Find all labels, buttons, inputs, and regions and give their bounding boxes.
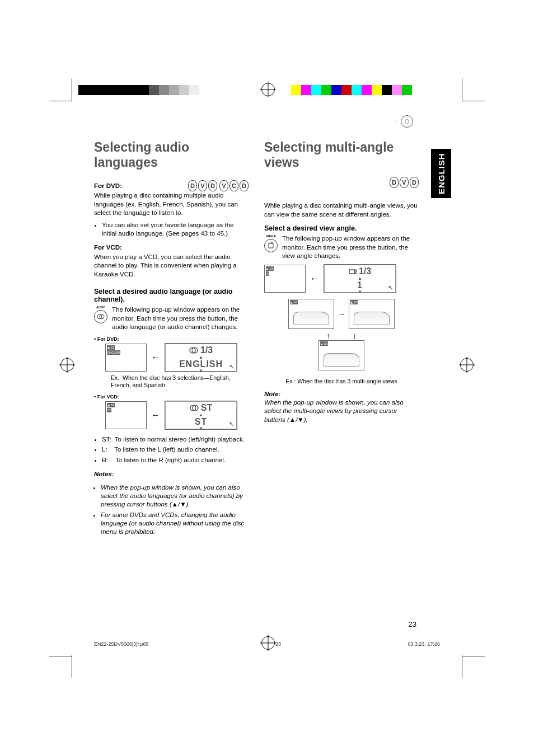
footer-page: 23 — [275, 641, 281, 647]
dvd-badge: DVD — [390, 177, 419, 188]
heading-audio-languages: Selecting audio languages — [94, 140, 249, 170]
crop-mark — [72, 655, 72, 678]
crop-mark — [462, 101, 485, 101]
angle-popup: 1/3 ▲ 1 ▼ ↖ — [324, 264, 396, 293]
camera-glyph-icon — [349, 267, 357, 275]
select-audio-head: Select a desired audio language (or audi… — [94, 288, 249, 303]
page: ⁘ ENGLISH Selecting audio languages For … — [0, 0, 534, 756]
footer-file: EN22-25DV5000[J]f.p65 — [94, 641, 149, 647]
for-dvd-bullets: You can also set your favorite language … — [94, 221, 249, 238]
notes-list: When the pop-up window is shown, you can… — [94, 483, 249, 536]
for-vcd-tiny: • For VCD: — [94, 394, 249, 400]
for-dvd-tiny: • For DVD: — [94, 336, 249, 342]
dvd-badge: DVD — [188, 180, 217, 191]
down-triangle-icon: ▼ — [358, 290, 362, 294]
multiangle-intro: While playing a disc containing multi-an… — [264, 201, 419, 219]
vcd-badge: VCD — [219, 180, 249, 191]
angle-illustrations: ◣ 1/3 → ◣ 2/3 ↑↓ ◣ 3/3 — [264, 299, 419, 370]
note-item: When the pop-up window is shown, you can… — [101, 483, 249, 509]
registration-mark-left — [60, 358, 74, 372]
car-angle-2: ◣ 2/3 — [349, 299, 395, 329]
dvd-miniscreen: ◉ 1/3 ENGLISH — [105, 344, 147, 372]
audio-button-label: AUDIO — [96, 306, 105, 309]
footer-timestamp: 03.3.23, 17:26 — [407, 641, 440, 647]
angle-button-label: ANGLE — [266, 234, 276, 238]
registration-mark-right — [460, 358, 474, 372]
disc-icon — [401, 115, 413, 128]
notes-heading: Notes: — [94, 471, 249, 477]
for-dvd-body: While playing a disc containing multiple… — [94, 191, 249, 218]
heading-multi-angle: Selecting multi-angle views — [264, 140, 419, 170]
angle-note: When the pop-up window is shown, you can… — [264, 398, 419, 425]
crop-mark — [49, 101, 72, 101]
note-item: For some DVDs and VCDs, changing the aud… — [101, 511, 249, 536]
language-tab: ENGLISH — [431, 149, 451, 198]
vcd-miniscreen: ◉ ST ST — [105, 401, 147, 429]
audio-popup-body: The following pop-up window appears on t… — [112, 306, 249, 332]
note-heading: Note: — [264, 391, 419, 397]
disc-header-icon: ⁘ — [394, 115, 413, 128]
dvd-popup-value: ENGLISH — [179, 360, 223, 369]
cursor-icon: ↖ — [388, 284, 394, 292]
for-vcd-body: When you play a VCD, you can select the … — [94, 253, 249, 279]
angle-popup-body: The following pop-up window appears on t… — [282, 234, 419, 261]
car-angle-1: ◣ 1/3 — [288, 299, 334, 329]
select-angle-head: Select a desired view angle. — [264, 224, 419, 232]
for-dvd-label: For DVD: — [94, 182, 122, 189]
audio-button-row: AUDIO The following pop-up window appear… — [94, 306, 249, 332]
content-area: Selecting audio languages For DVD: DVD V… — [94, 140, 419, 542]
svg-rect-6 — [269, 243, 273, 248]
crop-mark — [462, 78, 462, 101]
registration-colorbar-left — [78, 85, 199, 95]
down-triangle-icon: ▼ — [199, 426, 203, 431]
left-column: Selecting audio languages For DVD: DVD V… — [94, 140, 249, 542]
audio-glyph-icon — [190, 405, 199, 411]
registration-mark-top — [261, 83, 275, 96]
down-triangle-icon: ▼ — [199, 369, 203, 373]
registration-colorbar-right — [291, 85, 412, 95]
audio-glyph-icon — [189, 347, 198, 354]
def-st: ST: To listen to normal stereo (left/rig… — [102, 435, 249, 444]
dvd-popup-top: 1/3 — [200, 345, 213, 355]
angle-caption: Ex.: When the disc has 3 multi-angle vie… — [264, 377, 419, 385]
def-r: R: To listen to the R (right) audio chan… — [102, 456, 249, 465]
angle-button-icon: ANGLE — [264, 234, 278, 252]
angle-button-circle — [264, 239, 278, 252]
dvd-popup: 1/3 ▲ ENGLISH ▼ ↖ — [165, 343, 237, 372]
cursor-icon: ↖ — [229, 363, 235, 370]
crop-mark — [462, 655, 462, 678]
def-l: L: To listen to the L (left) audio chann… — [102, 445, 249, 454]
angle-popup-top: 1/3 — [359, 266, 371, 276]
vcd-popup-top: ST — [201, 403, 212, 413]
for-dvd-bullet: You can also set your favorite language … — [102, 221, 249, 238]
crop-mark — [462, 656, 485, 656]
angle-miniscreen: ◣ 1/3 1 — [264, 265, 306, 293]
channel-definitions: ST: To listen to normal stereo (left/rig… — [94, 435, 249, 465]
svg-rect-7 — [349, 270, 354, 274]
dvd-caption: Ex. When the disc has 3 selections—Engli… — [111, 374, 249, 389]
crop-mark — [49, 656, 72, 656]
angle-button-row: ANGLE The following pop-up window appear… — [264, 234, 419, 261]
audio-button-icon: AUDIO — [94, 306, 107, 323]
angle-popup-value: 1 — [357, 281, 363, 290]
footer: EN22-25DV5000[J]f.p65 23 03.3.23, 17:26 — [94, 641, 440, 647]
vcd-popup-value: ST — [195, 417, 207, 426]
right-column: Selecting multi-angle views DVD While pl… — [264, 140, 419, 542]
for-vcd-label: For VCD: — [94, 244, 249, 251]
vcd-popup: ST ▲ ST ▼ ↖ — [165, 401, 237, 430]
car-angle-3: ◣ 3/3 — [318, 340, 364, 370]
page-number: 23 — [409, 620, 416, 628]
crop-mark — [72, 78, 72, 101]
cursor-icon: ↖ — [229, 420, 235, 428]
audio-button-circle — [94, 310, 107, 323]
